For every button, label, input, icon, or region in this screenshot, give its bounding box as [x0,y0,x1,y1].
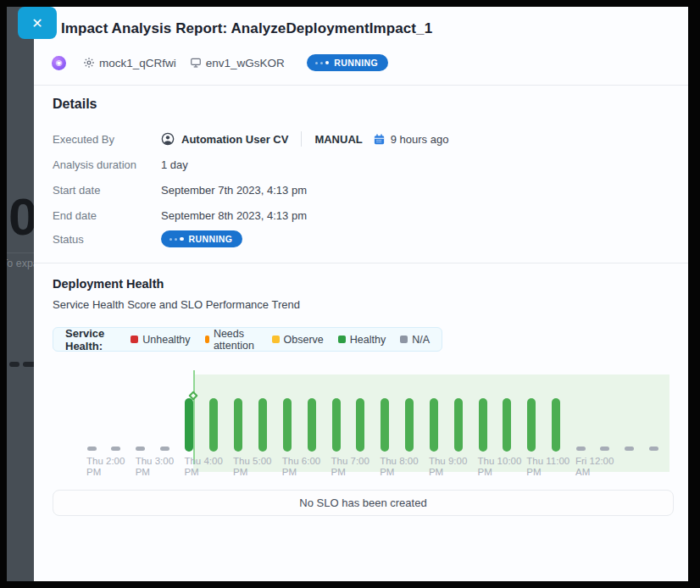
x-axis-tick-label: Thu 10:00PM [478,456,522,477]
service-avatar-icon[interactable]: ◉ [52,56,66,70]
detail-label: Executed By [53,133,161,146]
health-chart: Thu 2:00PMThu 3:00PMThu 4:00PMThu 5:00PM… [53,364,674,488]
legend-color-swatch [131,336,138,343]
legend-item: N/A [400,334,430,346]
impact-analysis-drawer: Impact Analysis Report: AnalyzeDeploymen… [34,7,688,581]
value-separator [301,131,302,147]
x-axis-tick-label: Thu 3:00PM [136,456,174,477]
legend-color-swatch [400,336,408,343]
detail-row-executed-by: Executed By Automation User CV MANUAL [53,129,646,149]
health-bar[interactable] [258,398,267,452]
legend-title: Service Health: [65,327,116,352]
status-badge: RUNNING [161,230,242,247]
detail-label: Start date [53,184,161,197]
x-axis-tick-label: Thu 4:00PM [184,456,222,477]
health-na-dash[interactable] [160,447,169,451]
detail-label: End date [53,209,161,222]
x-axis-tick-label: Thu 7:00PM [331,456,369,477]
health-bar[interactable] [479,398,487,452]
end-date-value: September 8th 2023, 4:13 pm [161,209,307,222]
health-na-dash[interactable] [625,447,634,451]
background-divider [7,252,34,253]
no-slo-notice: No SLO has been created [53,490,674,516]
running-dots-icon [315,61,330,65]
health-na-dash[interactable] [649,447,658,451]
health-bar[interactable] [454,398,463,452]
background-dash [23,362,34,367]
x-axis-tick-label: Thu 2:00PM [86,456,125,477]
health-bar[interactable] [209,398,218,452]
executed-by-user: Automation User CV [181,133,288,146]
background-big-number: 0 [8,186,34,247]
x-axis-tick-label: Thu 11:00PM [526,456,569,477]
deployment-marker-line [193,370,195,464]
legend-color-swatch [272,336,280,343]
execution-mode: MANUAL [314,133,362,146]
calendar-icon [373,133,386,146]
x-axis-tick-label: Thu 5:00PM [233,456,271,477]
environment-monitor-icon [190,57,202,69]
legend-color-swatch [338,336,346,343]
legend-item: Observe [272,334,324,346]
health-bar[interactable] [552,398,560,452]
health-bar[interactable] [527,398,536,452]
environment-chip[interactable]: env1_wGsKOR [190,57,285,69]
mock-service-name: mock1_qCRfwi [99,57,176,69]
deployment-health-heading: Deployment Health [53,277,164,291]
detail-row-end-date: End date September 8th 2023, 4:13 pm [53,205,646,225]
health-na-dash[interactable] [600,447,609,451]
health-na-dash[interactable] [111,447,120,451]
health-bar[interactable] [234,398,242,452]
background-partial-text: To expa [7,258,34,269]
service-health-legend: Service Health: UnhealthyNeeds attention… [53,327,442,352]
background-dash [9,362,19,367]
x-axis-tick-label: Fri 12:00AM [575,456,614,477]
health-bar[interactable] [356,398,364,452]
legend-items: UnhealthyNeeds attentionObserveHealthyN/… [131,328,430,352]
report-meta-row: ◉ mock1_qCRfwi [52,53,388,73]
close-drawer-button[interactable]: ✕ [18,7,57,39]
detail-row-start-date: Start date September 7th 2023, 4:13 pm [53,180,646,200]
executed-time-ago: 9 hours ago [391,133,449,146]
x-axis-tick-label: Thu 6:00PM [282,456,320,477]
deployment-health-subtitle: Service Health Score and SLO Performance… [53,298,300,311]
gear-icon [83,57,95,69]
x-axis-tick-label: Thu 8:00PM [380,456,418,477]
x-axis-tick-label: Thu 9:00PM [429,456,467,477]
user-circle-icon [161,132,175,146]
detail-label: Analysis duration [53,158,161,171]
environment-name: env1_wGsKOR [206,57,285,69]
header-divider [34,85,688,86]
legend-item: Unhealthy [131,334,190,346]
detail-row-status: Status RUNNING [53,229,646,249]
status-badge: RUNNING [307,54,388,71]
health-chart-plot: Thu 2:00PMThu 3:00PMThu 4:00PMThu 5:00PM… [53,364,674,488]
health-bar[interactable] [332,398,341,452]
legend-color-swatch [205,336,209,343]
health-bar[interactable] [503,398,511,452]
modal-backdrop[interactable]: 0 To expa [7,7,34,581]
start-date-value: September 7th 2023, 4:13 pm [161,184,307,197]
screenshot-frame: 0 To expa ✕ Impact Analysis Report: Anal… [0,0,700,588]
health-na-dash[interactable] [576,447,586,451]
no-slo-message: No SLO has been created [299,496,426,509]
health-bar[interactable] [308,398,316,452]
page-title: Impact Analysis Report: AnalyzeDeploymen… [61,20,432,37]
mock-service-chip[interactable]: mock1_qCRfwi [83,57,176,69]
detail-label: Status [53,233,161,246]
legend-item: Needs attention [205,328,258,352]
analysis-duration-value: 1 day [161,158,188,171]
details-heading: Details [53,97,97,112]
health-bar[interactable] [405,398,414,452]
health-bar[interactable] [185,398,193,452]
health-bar[interactable] [283,398,292,452]
health-na-dash[interactable] [136,447,145,451]
health-bar[interactable] [381,398,389,452]
health-bar[interactable] [430,398,438,452]
running-dots-icon [169,237,184,241]
details-divider [34,263,688,263]
legend-item: Healthy [338,334,386,346]
health-na-dash[interactable] [87,447,97,451]
detail-row-analysis-duration: Analysis duration 1 day [53,154,646,175]
